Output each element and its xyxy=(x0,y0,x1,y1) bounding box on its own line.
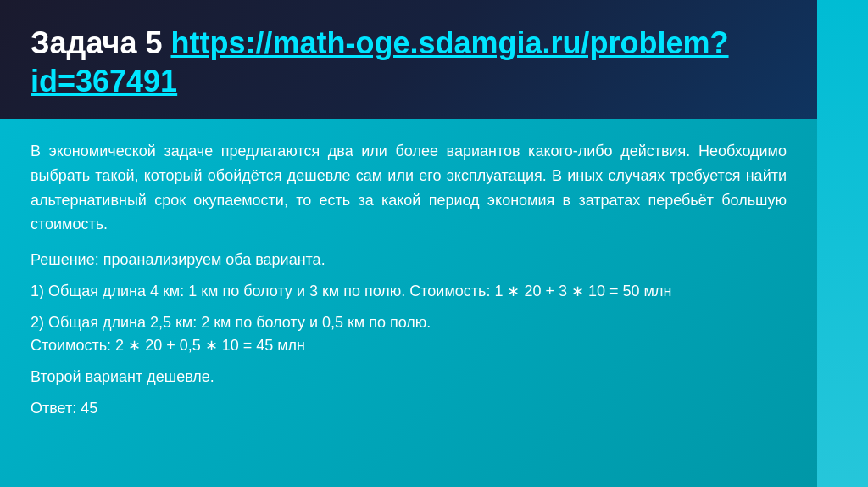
content-section: В экономической задаче предлагаются два … xyxy=(0,119,817,487)
solution-intro: Решение: проанализируем оба варианта. xyxy=(31,249,787,271)
conclusion-text: Второй вариант дешевле. xyxy=(31,366,787,389)
page-title: Задача 5 https://math-oge.sdamgia.ru/pro… xyxy=(31,24,787,100)
intro-paragraph: В экономической задаче предлагаются два … xyxy=(31,139,787,237)
answer-text: Ответ: 45 xyxy=(31,397,787,420)
variant2-line1: 2) Общая длина 2,5 км: 2 км по болоту и … xyxy=(31,311,787,357)
variant2-line2-text: Стоимость: 2 ∗ 20 + 0,5 ∗ 10 = 45 млн xyxy=(31,337,305,354)
variant1-text: 1) Общая длина 4 км: 1 км по болоту и 3 … xyxy=(31,280,787,303)
header-section: Задача 5 https://math-oge.sdamgia.ru/pro… xyxy=(0,0,817,119)
task-prefix: Задача 5 xyxy=(31,25,171,60)
variant2-line1-text: 2) Общая длина 2,5 км: 2 км по болоту и … xyxy=(31,314,431,331)
right-sidebar xyxy=(817,0,868,487)
main-content: Задача 5 https://math-oge.sdamgia.ru/pro… xyxy=(0,0,817,487)
